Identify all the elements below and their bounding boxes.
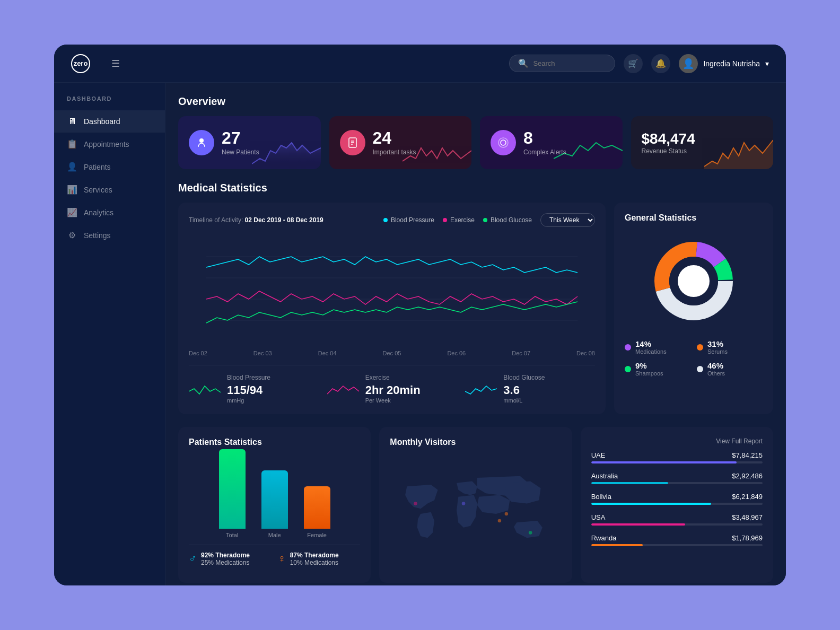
blood-pressure-dot [383,218,388,222]
cart-icon-button[interactable]: 🛒 [624,54,643,73]
stats-legend: 14% Medications 31% Serums [625,339,763,377]
legend-medications: 14% Medications [625,339,690,355]
sidebar-item-appointments[interactable]: 📋 Appointments [54,133,165,155]
search-input[interactable] [533,59,606,67]
dropdown-arrow: ▾ [765,59,769,68]
x-label-dec02: Dec 02 [189,350,207,356]
exercise-dot [443,218,447,222]
x-label-dec03: Dec 03 [253,350,272,356]
revenue-label: Revenue Status [642,147,695,155]
complex-alerts-icon [491,130,516,155]
others-dot [697,366,703,372]
male-stat2: 25% Medications [201,559,250,566]
female-icon: ♀ [278,553,286,565]
search-icon: 🔍 [518,58,529,68]
shampoos-name: Shampoos [635,370,663,377]
card-new-patients: 27 New Patients [178,116,321,169]
week-select[interactable]: This Week Last Week [540,213,595,227]
complex-alerts-number: 8 [523,129,566,146]
search-bar[interactable]: 🔍 [509,55,615,72]
card-important-tasks: 24 Important tasks [329,116,472,169]
blood-glucose-legend-label: Blood Glucose [491,216,532,224]
date-range: 02 Dec 2019 - 08 Dec 2019 [245,216,323,224]
country-uae: UAE [591,451,606,459]
services-icon: 📊 [67,185,77,195]
serums-dot [697,344,703,351]
serums-name: Serums [707,348,728,355]
country-rwanda: Rwanda [591,534,617,542]
serums-pct: 31% [707,339,728,348]
metric-blood-pressure: Blood Pressure 115/94 mmHg [189,374,319,404]
country-bolivia: Bolivia [591,493,611,501]
female-stat1: 87% Theradome [290,552,339,559]
avatar: 👤 [679,54,698,73]
sidebar-item-services[interactable]: 📊 Services [54,178,165,201]
patients-icon: 👤 [67,162,77,172]
blood-pressure-legend-label: Blood Pressure [391,216,434,224]
patients-stats-card: Patients Statistics Total Male Female [178,427,371,583]
svg-point-16 [678,265,710,297]
chart-legend: Blood Pressure Exercise Blood Glucose [383,213,595,227]
bar-male-fill [261,470,288,529]
bp-value: 115/94 [227,383,270,397]
svg-point-0 [199,138,204,143]
revenue-row-uae: UAE $7,84,215 [591,451,763,463]
medications-pct: 14% [635,339,667,348]
logo: zero [71,54,90,73]
medications-name: Medications [635,348,667,355]
map-card: Monthly Visitors [379,427,572,583]
revenue-header: View Full Report [591,438,763,445]
revenue-info: $84,474 Revenue Status [642,130,695,155]
x-label-dec08: Dec 08 [576,350,595,356]
content-area: Overview 27 New Patients [165,83,786,585]
overview-title: Overview [178,95,773,108]
analytics-icon: 📈 [67,207,77,217]
view-full-report[interactable]: View Full Report [716,438,763,445]
sidebar-item-dashboard[interactable]: 🖥 Dashboard [54,110,165,133]
legend-blood-glucose: Blood Glucose [483,216,532,224]
metric-blood-glucose: Blood Glucose 3.6 mmol/L [465,374,595,404]
sidebar-item-analytics[interactable]: 📈 Analytics [54,201,165,224]
revenue-chart [704,132,773,169]
new-patients-label: New Patients [222,148,259,156]
sidebar-label-services: Services [84,186,112,194]
user-profile[interactable]: 👤 Ingredia Nutrisha ▾ [679,54,769,73]
revenue-rows: UAE $7,84,215 Australia $2,92,486 [591,451,763,546]
sidebar-item-patients[interactable]: 👤 Patients [54,155,165,178]
hamburger-icon[interactable]: ☰ [111,58,120,69]
app-container: zero ☰ 🔍 🛒 🔔 👤 Ingredia Nutrisha ▾ DASHB… [54,45,786,585]
important-tasks-label: Important tasks [373,148,416,156]
bar-bolivia [591,503,711,505]
new-patients-chart [252,132,321,169]
female-stat2: 10% Medications [290,559,339,566]
amount-australia: $2,92,486 [732,472,763,480]
complex-alerts-info: 8 Complex Alerts [523,129,566,156]
sidebar-label-analytics: Analytics [84,208,113,217]
medical-stats-title: Medical Statistics [178,182,773,194]
legend-blood-pressure: Blood Pressure [383,216,434,224]
glucose-unit: mmol/L [503,397,545,404]
amount-bolivia: $6,21,849 [732,493,763,501]
sidebar: DASHBOARD 🖥 Dashboard 📋 Appointments 👤 P… [54,83,165,585]
bar-usa [591,523,686,526]
others-name: Others [707,370,725,377]
amount-rwanda: $1,78,969 [732,534,763,542]
donut-chart-container [625,233,763,329]
metric-exercise: Exercise 2hr 20min Per Week [327,374,457,404]
male-stat1: 92% Theradome [201,552,250,559]
legend-serums: 31% Serums [697,339,763,355]
revenue-row-bolivia: Bolivia $6,21,849 [591,493,763,505]
header: zero ☰ 🔍 🛒 🔔 👤 Ingredia Nutrisha ▾ [54,45,786,83]
male-stats: 92% Theradome 25% Medications [201,552,250,566]
exercise-mini-chart [327,381,359,397]
exercise-legend-label: Exercise [450,216,475,224]
important-tasks-info: 24 Important tasks [373,129,416,156]
svg-point-20 [505,512,508,515]
gender-female: ♀ 87% Theradome 10% Medications [278,552,361,566]
notification-icon-button[interactable]: 🔔 [651,54,670,73]
appointments-icon: 📋 [67,139,77,149]
sidebar-item-settings[interactable]: ⚙ Settings [54,224,165,247]
bar-male-label: Male [268,532,281,538]
glucose-label: Blood Glucose [503,374,545,381]
amount-uae: $7,84,215 [732,451,763,459]
